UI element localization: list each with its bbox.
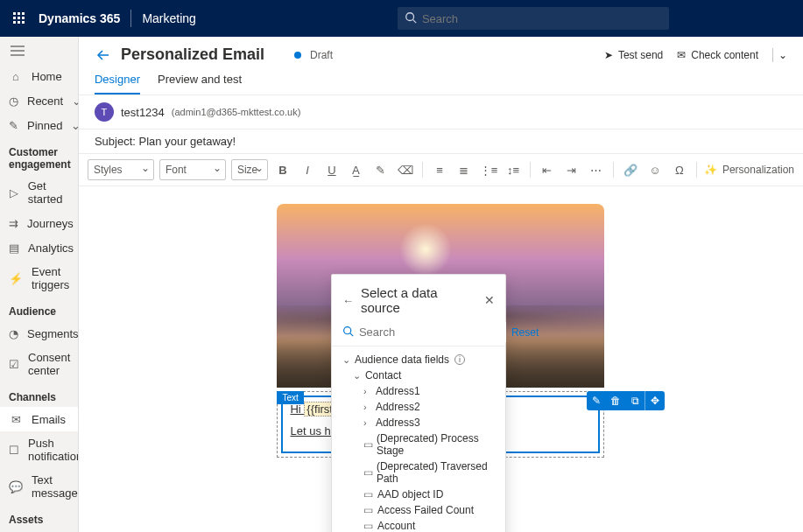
emoji-button[interactable]: ☺ [645, 160, 665, 179]
test-send-button[interactable]: ➤Test send [604, 49, 663, 61]
tree-address3[interactable]: ›Address3 [335, 415, 502, 430]
search-icon [342, 326, 354, 340]
indent-button[interactable]: ⇥ [562, 160, 581, 179]
size-select[interactable]: Size [231, 159, 268, 180]
nav-emails[interactable]: ✉Emails [0, 407, 78, 431]
nav-home[interactable]: ⌂Home [0, 64, 78, 88]
align-button[interactable]: ≡ [430, 160, 449, 179]
block-toolbar: ✎ 🗑 ⧉ ✥ [587, 391, 665, 410]
clear-format-button[interactable]: ⌫ [396, 160, 415, 179]
panel-back-icon[interactable]: ← [342, 294, 354, 307]
duplicate-icon[interactable]: ⧉ [625, 391, 645, 410]
sender-row: T test1234 (admin1@d365-mkttest.co.uk) [79, 95, 803, 130]
nav-recent[interactable]: ◷Recent⌄ [0, 88, 78, 113]
tree-field[interactable]: ▭Access Failed Count [335, 502, 502, 518]
move-icon[interactable]: ✥ [645, 391, 665, 410]
nav-event-triggers[interactable]: ⚡Event triggers [0, 260, 78, 297]
panel-search-input[interactable] [359, 322, 506, 342]
tree-field[interactable]: ▭(Deprecated) Traversed Path [335, 458, 502, 486]
mail-icon: ✉ [9, 412, 23, 426]
underline-button[interactable]: U [322, 160, 342, 179]
tree-address1[interactable]: ›Address1 [335, 383, 502, 399]
info-icon[interactable]: i [454, 354, 465, 365]
tree-address2[interactable]: ›Address2 [335, 399, 502, 415]
svg-point-9 [406, 12, 414, 20]
segment-icon: ◔ [9, 326, 18, 340]
shield-icon: ☑ [9, 357, 19, 371]
back-button[interactable] [95, 46, 112, 64]
global-search-input[interactable] [422, 12, 662, 25]
italic-button[interactable]: I [298, 160, 317, 179]
edit-icon[interactable]: ✎ [587, 391, 606, 410]
svg-point-15 [344, 326, 351, 333]
nav-pinned[interactable]: ✎Pinned⌄ [0, 113, 78, 137]
wand-icon: ✨ [704, 164, 717, 176]
svg-rect-2 [22, 12, 25, 15]
bold-button[interactable]: B [273, 160, 292, 179]
line-height-button[interactable]: ↕≡ [504, 160, 523, 179]
svg-rect-7 [18, 21, 20, 24]
symbol-button[interactable]: Ω [670, 160, 689, 179]
chart-icon: ▤ [9, 241, 19, 255]
tree: ⌄Audience data fieldsi ⌄Contact ›Address… [332, 352, 505, 532]
journey-icon: ⇉ [9, 216, 18, 230]
outdent-button[interactable]: ⇤ [538, 160, 557, 179]
numbered-list-button[interactable]: ≣ [454, 160, 474, 179]
svg-line-16 [350, 332, 353, 335]
reset-link[interactable]: Reset [511, 326, 539, 339]
tab-preview[interactable]: Preview and test [158, 73, 242, 94]
nav-group-channels: Channels [0, 382, 78, 407]
tree-contact[interactable]: ⌄Contact [335, 368, 502, 383]
nav-analytics[interactable]: ▤Analytics [0, 235, 78, 260]
status-label: Draft [310, 49, 333, 61]
close-icon[interactable]: ✕ [484, 293, 495, 307]
tree-field[interactable]: ▭Account [335, 518, 502, 532]
chevron-right-icon: › [363, 417, 372, 428]
separator [696, 162, 697, 178]
status-dot [294, 52, 301, 59]
nav-consent[interactable]: ☑Consent center [0, 346, 78, 382]
personalization-button[interactable]: ✨ Personalization [694, 162, 794, 178]
nav-push[interactable]: ☐Push notifications [0, 431, 78, 468]
font-select[interactable]: Font [159, 159, 226, 180]
app-launcher-icon[interactable] [5, 4, 33, 32]
tree-field[interactable]: ▭AAD object ID [335, 486, 502, 502]
data-source-panel: ← Select a data source ✕ Reset ⌄Audience… [331, 274, 506, 532]
svg-rect-8 [22, 21, 25, 24]
page-header: Personalized Email Draft ➤Test send ✉Che… [79, 37, 803, 64]
link-button[interactable]: 🔗 [621, 160, 640, 179]
check-content-button[interactable]: ✉Check content [677, 49, 758, 61]
chevron-down-icon: ⌄ [342, 354, 351, 366]
subject-row[interactable]: Subject: Plan your getaway! [79, 130, 803, 154]
tab-designer[interactable]: Designer [95, 73, 140, 94]
nav-group-audience: Audience [0, 297, 78, 321]
svg-rect-0 [13, 12, 16, 15]
field-icon: ▭ [363, 438, 373, 451]
pin-icon: ✎ [9, 118, 18, 132]
bullet-list-button[interactable]: ⋮≡ [479, 160, 498, 179]
home-icon: ⌂ [9, 69, 23, 83]
tree-field[interactable]: ▭(Deprecated) Process Stage [335, 430, 502, 458]
font-color-button[interactable]: A̲ [347, 160, 366, 179]
tree-audience[interactable]: ⌄Audience data fieldsi [335, 352, 502, 368]
chat-icon: 💬 [9, 480, 23, 494]
delete-icon[interactable]: 🗑 [606, 391, 625, 410]
svg-rect-1 [18, 12, 20, 15]
chevron-right-icon: › [363, 402, 372, 412]
global-search[interactable] [398, 7, 669, 30]
brand-label: Dynamics 365 [39, 11, 120, 25]
subject-value: Plan your getaway! [139, 135, 236, 148]
module-label[interactable]: Marketing [142, 11, 195, 25]
styles-select[interactable]: Styles [88, 159, 154, 180]
check-content-chevron[interactable]: ⌄ [772, 48, 787, 62]
nav-text-messages[interactable]: 💬Text messages [0, 468, 78, 505]
nav-get-started[interactable]: ▷Get started [0, 174, 78, 211]
highlight-button[interactable]: ✎ [371, 160, 391, 179]
nav-segments[interactable]: ◔Segments [0, 321, 78, 346]
nav-collapse-button[interactable] [0, 40, 78, 64]
canvas[interactable]: Text ✎ 🗑 ⧉ ✥ Hi {{firstname}}, Let us he… [79, 186, 803, 532]
more-button[interactable]: ⋯ [587, 160, 606, 179]
svg-rect-4 [18, 17, 20, 19]
chevron-down-icon: ⌄ [353, 370, 362, 382]
nav-journeys[interactable]: ⇉Journeys [0, 211, 78, 235]
